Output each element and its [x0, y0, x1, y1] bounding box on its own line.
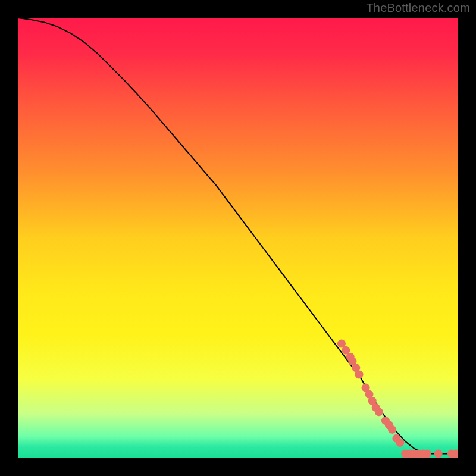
chart-frame: TheBottleneck.com [0, 0, 476, 476]
data-point [423, 450, 431, 458]
data-point [355, 370, 364, 378]
data-point [375, 408, 383, 416]
data-point [388, 425, 396, 434]
chart-svg [18, 18, 458, 458]
data-point [434, 450, 443, 458]
attribution-text: TheBottleneck.com [366, 1, 470, 15]
gradient-background [18, 18, 458, 458]
plot-area [18, 18, 458, 458]
data-point [396, 439, 404, 447]
